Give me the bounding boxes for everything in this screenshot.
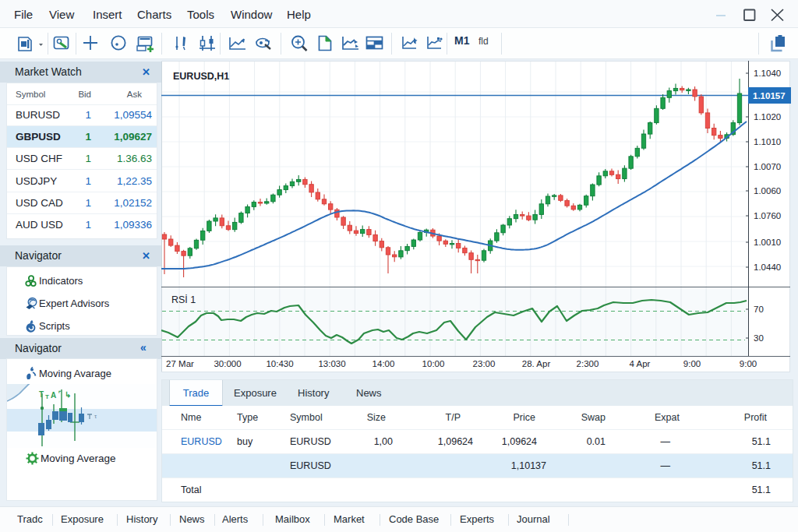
svg-text:9:00: 9:00 xyxy=(740,359,757,368)
svg-text:28. Apr: 28. Apr xyxy=(522,359,551,368)
svg-text:A: A xyxy=(51,391,56,400)
svg-text:10:00: 10:00 xyxy=(422,359,445,368)
svg-text:RSİ 1: RSİ 1 xyxy=(171,294,196,305)
svg-text:1.1020: 1.1020 xyxy=(754,112,781,122)
svg-text:27 Mar: 27 Mar xyxy=(166,359,194,368)
svg-text:1.10157: 1.10157 xyxy=(753,91,786,100)
svg-text:1.0070: 1.0070 xyxy=(754,162,781,171)
svg-text:2:300: 2:300 xyxy=(577,359,599,368)
svg-text:10:430: 10:430 xyxy=(266,359,293,368)
svg-text:13:030: 13:030 xyxy=(318,359,345,368)
svg-text:↳: ↳ xyxy=(65,390,71,399)
svg-text:70: 70 xyxy=(754,305,764,314)
svg-text:23:00: 23:00 xyxy=(473,359,496,368)
svg-text:30: 30 xyxy=(754,333,764,343)
svg-text:⌜: ⌜ xyxy=(58,390,62,397)
svg-text:1.1040: 1.1040 xyxy=(754,69,781,78)
svg-text:1.0010: 1.0010 xyxy=(754,238,781,247)
svg-text:14:00: 14:00 xyxy=(373,359,395,368)
svg-text:9:00: 9:00 xyxy=(683,359,701,368)
svg-text:4 Apr: 4 Apr xyxy=(630,359,651,368)
svg-text:T: T xyxy=(45,393,49,400)
svg-text:1.0060: 1.0060 xyxy=(754,186,781,196)
svg-text:EURUSD,H1: EURUSD,H1 xyxy=(173,71,229,82)
svg-text:T: T xyxy=(39,390,44,399)
svg-text:30:000: 30:000 xyxy=(214,359,241,368)
svg-text:1.0440: 1.0440 xyxy=(754,262,781,272)
svg-text:1.0760: 1.0760 xyxy=(754,211,781,220)
svg-text:1.1010: 1.1010 xyxy=(754,137,781,146)
